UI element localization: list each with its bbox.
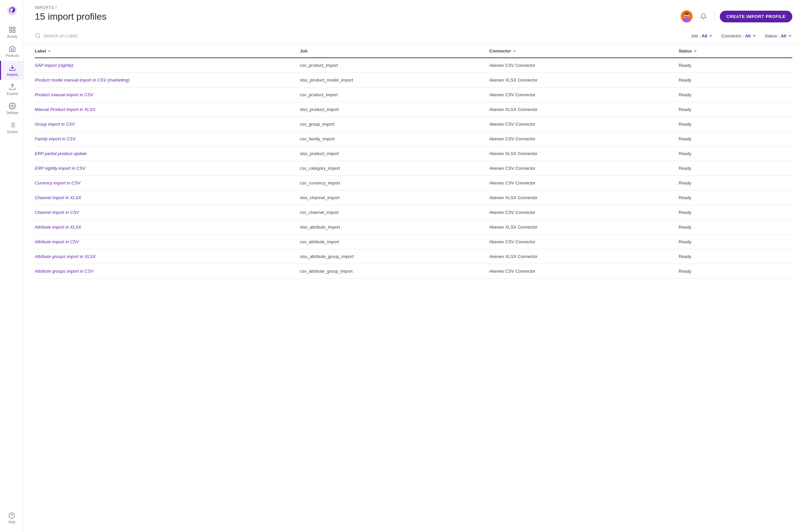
main-content: IMPORTS / 15 import profiles: [24, 0, 803, 532]
cell-label[interactable]: Product model manual import in CSV (mark…: [35, 73, 300, 88]
connector-filter-label: Connector :: [721, 33, 744, 38]
svg-rect-20: [684, 12, 689, 15]
cell-label[interactable]: Family import in CSV: [35, 132, 300, 146]
svg-rect-0: [10, 27, 12, 29]
create-import-profile-button[interactable]: CREATE IMPORT PROFILE: [720, 11, 792, 22]
cell-job: csv_group_import: [300, 117, 489, 132]
cell-connector: Akeneo CSV Connector: [489, 264, 679, 279]
cell-label[interactable]: SAP import (nightly): [35, 58, 300, 73]
cell-label[interactable]: Attribute import in XLSX: [35, 220, 300, 234]
cell-job: csv_currency_import: [300, 176, 489, 190]
sidebar-nav: Activity Products Imports: [0, 23, 24, 510]
cell-job: csv_product_import: [300, 58, 489, 73]
cell-label[interactable]: Product manual import in CSV: [35, 88, 300, 102]
page-header: IMPORTS / 15 import profiles: [24, 0, 803, 27]
svg-rect-3: [13, 31, 15, 33]
connector-filter-chevron: [752, 33, 757, 38]
sidebar-item-system-label: System: [7, 130, 18, 134]
cell-status: Ready: [679, 117, 792, 132]
table-header: Label Job Connector: [35, 44, 792, 58]
svg-point-6: [11, 105, 13, 107]
table-row: Attribute groups import in XLSX xlsx_att…: [35, 249, 792, 264]
sidebar-item-products[interactable]: Products: [0, 42, 24, 61]
status-filter-chevron: [788, 33, 792, 38]
sidebar-item-settings[interactable]: Settings: [0, 99, 24, 118]
table-row: Group import in CSV csv_group_import Ake…: [35, 117, 792, 132]
app-logo[interactable]: [5, 4, 19, 17]
cell-job: csv_product_import: [300, 88, 489, 102]
cell-connector: Akeneo XLSX Connector: [489, 146, 679, 161]
connector-filter[interactable]: Connector : All: [721, 33, 757, 38]
status-filter[interactable]: Status : All: [765, 33, 792, 38]
svg-line-22: [39, 37, 40, 38]
import-profiles-table: Label Job Connector: [35, 44, 792, 279]
cell-connector: Akeneo CSV Connector: [489, 58, 679, 73]
sidebar-bottom: Help: [8, 510, 15, 527]
sidebar-item-system[interactable]: System: [0, 118, 24, 137]
cell-label[interactable]: Attribute groups import in XLSX: [35, 249, 300, 264]
table-row: Product manual import in CSV csv_product…: [35, 88, 792, 102]
cell-connector: Akeneo CSV Connector: [489, 161, 679, 176]
cell-job: csv_attribute_group_import: [300, 264, 489, 279]
job-filter[interactable]: Job : All: [691, 33, 713, 38]
cell-job: xlsx_attribute_group_import: [300, 249, 489, 264]
table-row: Channel import in XLSX xlsx_channel_impo…: [35, 190, 792, 205]
cell-status: Ready: [679, 102, 792, 117]
cell-connector: Akeneo XLSX Connector: [489, 73, 679, 88]
table-row: Attribute import in CSV csv_attribute_im…: [35, 234, 792, 249]
sidebar-item-help-label: Help: [8, 520, 15, 524]
cell-connector: Akeneo CSV Connector: [489, 205, 679, 220]
sidebar-item-activity[interactable]: Activity: [0, 23, 24, 42]
cell-label[interactable]: ERP partial product update: [35, 146, 300, 161]
search-input[interactable]: [43, 33, 117, 38]
notifications-button[interactable]: [698, 11, 709, 22]
col-header-status[interactable]: Status: [679, 44, 792, 58]
sidebar-item-products-label: Products: [6, 54, 19, 57]
table-row: Product model manual import in CSV (mark…: [35, 73, 792, 88]
svg-rect-2: [10, 31, 12, 33]
cell-connector: Akeneo CSV Connector: [489, 132, 679, 146]
sidebar-item-settings-label: Settings: [6, 111, 18, 115]
cell-connector: Akeneo CSV Connector: [489, 117, 679, 132]
table-row: Family import in CSV csv_family_import A…: [35, 132, 792, 146]
header-right: CREATE IMPORT PROFILE: [680, 11, 792, 22]
table-row: ERP partial product update xlsx_product_…: [35, 146, 792, 161]
avatar[interactable]: [680, 11, 693, 22]
cell-job: xlsx_attribute_import: [300, 220, 489, 234]
cell-label[interactable]: Channel import in XLSX: [35, 190, 300, 205]
cell-connector: Akeneo XLSX Connector: [489, 190, 679, 205]
cell-status: Ready: [679, 73, 792, 88]
cell-label[interactable]: Manual Product import in XLSX: [35, 102, 300, 117]
table-row: Manual Product import in XLSX xlsx_produ…: [35, 102, 792, 117]
cell-status: Ready: [679, 220, 792, 234]
job-filter-chevron: [708, 33, 713, 38]
sidebar-item-help[interactable]: Help: [8, 510, 15, 527]
cell-label[interactable]: Attribute groups import in CSV: [35, 264, 300, 279]
cell-status: Ready: [679, 161, 792, 176]
cell-label[interactable]: ERP nightly import in CSV: [35, 161, 300, 176]
col-header-connector[interactable]: Connector: [489, 44, 679, 58]
cell-job: csv_attribute_import: [300, 234, 489, 249]
col-header-job: Job: [300, 44, 489, 58]
cell-job: xlsx_product_import: [300, 102, 489, 117]
cell-connector: Akeneo XLSX Connector: [489, 102, 679, 117]
svg-point-21: [35, 33, 39, 37]
cell-status: Ready: [679, 249, 792, 264]
cell-label[interactable]: Channel import in CSV: [35, 205, 300, 220]
col-header-label[interactable]: Label: [35, 44, 300, 58]
cell-connector: Akeneo CSV Connector: [489, 234, 679, 249]
breadcrumb: IMPORTS /: [35, 5, 107, 10]
cell-status: Ready: [679, 190, 792, 205]
sidebar-item-imports[interactable]: Imports: [0, 61, 24, 80]
header-left: IMPORTS / 15 import profiles: [35, 5, 107, 27]
sidebar: Activity Products Imports: [0, 0, 24, 532]
filter-bar: Job : All Connector : All Status : All: [24, 27, 803, 44]
cell-status: Ready: [679, 132, 792, 146]
cell-label[interactable]: Currency import in CSV: [35, 176, 300, 190]
cell-label[interactable]: Attribute import in CSV: [35, 234, 300, 249]
svg-rect-1: [13, 27, 15, 29]
status-filter-value: All: [781, 33, 786, 38]
cell-status: Ready: [679, 205, 792, 220]
sidebar-item-exports[interactable]: Exports: [0, 80, 24, 99]
cell-label[interactable]: Group import in CSV: [35, 117, 300, 132]
